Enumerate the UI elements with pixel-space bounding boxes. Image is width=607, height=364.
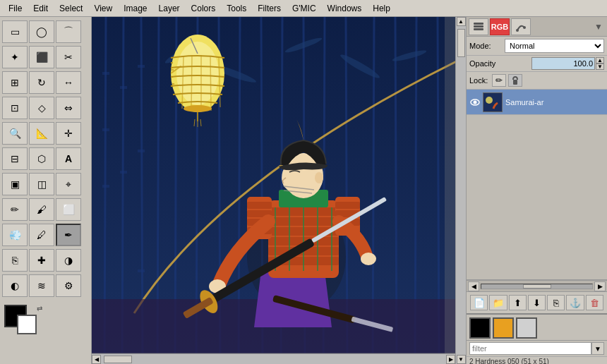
tool-blend[interactable]: ◫	[29, 173, 54, 195]
menu-colors[interactable]: Colors	[186, 2, 222, 15]
hscroll-right-btn[interactable]: ▶	[446, 355, 455, 364]
tool-clone[interactable]: ⎘	[2, 249, 28, 272]
layer-scroll-right[interactable]: ▶	[594, 281, 606, 291]
mode-select[interactable]: Normal Multiply Screen Overlay Dodge Bur…	[505, 39, 604, 53]
tool-row-4: ⊡ ◇ ⇔	[1, 96, 90, 120]
tool-select-color[interactable]: ⬛	[29, 46, 54, 68]
anchor-layer-btn[interactable]: ⚓	[566, 295, 584, 310]
layer-down-btn[interactable]: ⬇	[528, 295, 546, 310]
opacity-up[interactable]: ▲	[596, 57, 604, 63]
canvas-image[interactable]	[92, 17, 456, 364]
layer-scroll-track[interactable]	[481, 284, 593, 289]
tool-paths[interactable]: ⬡	[29, 147, 54, 170]
layer-up-btn[interactable]: ⬆	[509, 295, 527, 310]
tool-colorpicker[interactable]: ⌖	[56, 173, 81, 195]
layer-scroll-thumb[interactable]	[523, 284, 551, 289]
color-filter-btn[interactable]: ▼	[591, 342, 604, 355]
tool-eraser[interactable]: ⬜	[56, 198, 81, 221]
new-layer-group-btn[interactable]: 📁	[489, 295, 507, 310]
lock-row: Lock: ✏	[467, 72, 607, 90]
menu-filters[interactable]: Filters	[252, 2, 287, 15]
color-swatch-gray[interactable]	[516, 317, 537, 339]
menu-edit[interactable]: Edit	[28, 2, 54, 15]
tab-channels-icon[interactable]: RGB	[490, 18, 510, 35]
tool-crop[interactable]: ⊞	[2, 71, 28, 94]
tool-perspective[interactable]: ◇	[29, 97, 54, 119]
color-swatch-orange[interactable]	[493, 317, 514, 339]
color-filter-input[interactable]	[469, 342, 591, 355]
tool-paintbrush[interactable]: 🖌	[29, 198, 54, 221]
color-swatch-black[interactable]	[469, 317, 491, 339]
tool-perspective-clone[interactable]: ◑	[56, 249, 81, 272]
tool-rotate[interactable]: ↻	[29, 71, 54, 94]
svg-rect-89	[474, 23, 483, 25]
layer-item-0[interactable]: Samurai-ar	[467, 90, 607, 115]
delete-layer-btn[interactable]: 🗑	[586, 295, 603, 310]
tab-paths-icon[interactable]	[511, 18, 531, 35]
hscroll-thumb[interactable]	[104, 356, 132, 363]
opacity-input[interactable]: 100.0	[531, 57, 595, 70]
menu-windows[interactable]: Windows	[322, 2, 368, 15]
tool-text[interactable]: A	[56, 147, 81, 170]
tool-scissors[interactable]: ✂	[56, 46, 81, 68]
new-layer-btn[interactable]: 📄	[470, 295, 488, 310]
tool-ellipse-select[interactable]: ◯	[29, 20, 54, 43]
layer-actions: 📄 📁 ⬆ ⬇ ⎘ ⚓ 🗑	[467, 291, 607, 313]
tool-airbrush[interactable]: 💨	[2, 224, 28, 246]
canvas-horizontal-scrollbar[interactable]: ◀ ▶	[92, 353, 455, 364]
svg-rect-91	[474, 28, 483, 30]
tool-rect-select[interactable]: ▭	[2, 20, 28, 43]
lock-position-btn[interactable]	[508, 74, 522, 87]
tool-align[interactable]: ⊟	[2, 147, 28, 170]
lock-pixels-btn[interactable]: ✏	[492, 74, 506, 87]
duplicate-layer-btn[interactable]: ⎘	[547, 295, 565, 310]
tool-transform-2[interactable]: ⚙	[56, 274, 81, 297]
tool-shear[interactable]: ⊡	[2, 97, 28, 119]
svg-point-80	[361, 253, 376, 265]
tool-scale[interactable]: ↔	[56, 71, 81, 94]
tool-measure[interactable]: 📐	[29, 122, 54, 145]
tool-row-2: ✦ ⬛ ✂	[1, 45, 90, 69]
tool-zoom[interactable]: 🔍	[2, 122, 28, 145]
tool-row-6: ⊟ ⬡ A	[1, 147, 90, 171]
tool-free-select[interactable]: ⌒	[56, 20, 81, 43]
menu-image[interactable]: Image	[118, 2, 152, 15]
tool-ink[interactable]: 🖊	[29, 224, 54, 246]
tool-smudge[interactable]: ✒	[56, 224, 81, 246]
vscroll-up-btn[interactable]: ▲	[457, 17, 466, 26]
layer-scroll-left[interactable]: ◀	[468, 281, 479, 291]
tool-warp[interactable]: ≋	[29, 274, 54, 297]
color-swatches-area: ⇄	[1, 305, 90, 341]
opacity-label: Opacity	[469, 59, 531, 68]
tool-bucket-fill[interactable]: ▣	[2, 173, 28, 195]
background-color[interactable]	[17, 315, 37, 334]
tab-layers-icon[interactable]	[469, 18, 488, 35]
status-text: 2 Hardness 050 (51 x 51)	[467, 356, 607, 364]
tool-fuzzy-select[interactable]: ✦	[2, 46, 28, 68]
tool-pencil[interactable]: ✏	[2, 198, 28, 221]
menu-select[interactable]: Select	[54, 2, 88, 15]
swap-colors-icon[interactable]: ⇄	[37, 305, 42, 313]
hscroll-left-btn[interactable]: ◀	[92, 355, 101, 364]
layer-visibility-eye[interactable]	[469, 97, 481, 108]
panel-menu-expand[interactable]: ▼	[594, 22, 606, 32]
vscroll-down-btn[interactable]: ▼	[457, 355, 466, 364]
tool-heal[interactable]: ✚	[29, 249, 54, 272]
menu-view[interactable]: View	[88, 2, 118, 15]
vscroll-thumb[interactable]	[457, 29, 465, 57]
tool-move[interactable]: ✛	[56, 122, 81, 145]
menu-gmic[interactable]: G'MIC	[287, 2, 322, 15]
menu-tools[interactable]: Tools	[221, 2, 252, 15]
menu-layer[interactable]: Layer	[153, 2, 186, 15]
canvas-vertical-scrollbar[interactable]: ▲ ▼	[455, 17, 466, 364]
canvas-area: ▲ ▼ ◀ ▶	[92, 17, 466, 364]
tool-dodge[interactable]: ◐	[2, 274, 28, 297]
opacity-down[interactable]: ▼	[596, 63, 604, 70]
svg-point-44	[184, 105, 212, 112]
menu-help[interactable]: Help	[367, 2, 396, 15]
svg-rect-71	[335, 202, 360, 209]
tool-flip[interactable]: ⇔	[56, 97, 81, 119]
menu-file[interactable]: File	[3, 2, 28, 15]
layer-scrollbar[interactable]: ◀ ▶	[467, 280, 607, 291]
panel-tabs: RGB ▼	[467, 17, 607, 37]
